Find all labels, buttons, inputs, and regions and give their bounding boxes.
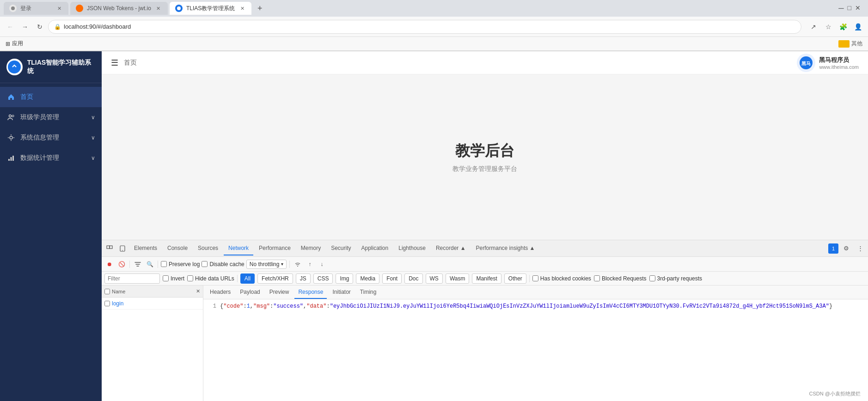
- disable-cache-checkbox[interactable]: Disable cache: [202, 261, 244, 267]
- sidebar: TLIAS智能学习辅助系统 首页: [0, 51, 102, 401]
- extension-button[interactable]: 🧩: [837, 20, 850, 33]
- filter-btn-all[interactable]: All: [240, 273, 255, 284]
- third-party-checkbox[interactable]: 3rd-party requests: [649, 275, 702, 282]
- devtools-tab-performance[interactable]: Performance: [254, 242, 295, 255]
- tab-close-tlias[interactable]: ✕: [238, 5, 246, 12]
- tab-close-login[interactable]: ✕: [55, 5, 63, 12]
- close-window-button[interactable]: ✕: [855, 4, 861, 12]
- devtools-badge[interactable]: 1: [828, 243, 838, 254]
- content-main: 教学后台 教学业务管理服务平台: [102, 74, 868, 240]
- filter-btn-css[interactable]: CSS: [313, 273, 333, 284]
- record-button[interactable]: ⏺: [104, 259, 115, 269]
- devtools-tab-elements[interactable]: Elements: [129, 242, 162, 255]
- devtools-toolbar: ⏺ 🚫 🔍 Preserve log Disable cache: [102, 257, 868, 272]
- share-button[interactable]: ↗: [807, 20, 820, 33]
- hide-data-urls-checkbox[interactable]: Hide data URLs: [187, 275, 234, 282]
- filter-toggle-btn[interactable]: [133, 259, 143, 269]
- forward-button[interactable]: →: [18, 20, 31, 33]
- refresh-button[interactable]: ↻: [33, 20, 46, 33]
- select-all-checkbox[interactable]: [104, 289, 110, 294]
- svg-rect-7: [11, 157, 12, 161]
- filter-btn-other[interactable]: Other: [504, 273, 526, 284]
- devtools-tab-memory[interactable]: Memory: [296, 242, 325, 255]
- address-text: localhost:90/#/dashboard: [64, 23, 131, 30]
- filter-btn-manifest[interactable]: Manifest: [472, 273, 501, 284]
- devtools-tab-perf-insights[interactable]: Performance insights ▲: [471, 242, 540, 255]
- response-tab-timing[interactable]: Timing: [356, 286, 380, 299]
- devtools-tab-console[interactable]: Console: [163, 242, 192, 255]
- filter-btn-js[interactable]: JS: [296, 273, 311, 284]
- sidebar-item-class[interactable]: 班级学员管理 ∨: [0, 107, 102, 128]
- blocked-cookies-checkbox[interactable]: Has blocked cookies: [532, 275, 591, 282]
- other-bookmarks[interactable]: 其他: [851, 40, 862, 48]
- response-tab-response[interactable]: Response: [294, 286, 327, 299]
- filter-btn-img[interactable]: Img: [336, 273, 353, 284]
- response-line-1: 1 {"code":1,"msg":"success","data":"eyJh…: [207, 303, 864, 310]
- devtools-inspect-btn[interactable]: [104, 243, 116, 255]
- list-item-login[interactable]: login: [102, 298, 203, 310]
- devtools-body: Name ✕ login Headers: [102, 286, 868, 401]
- filter-btn-ws[interactable]: WS: [426, 273, 443, 284]
- system-icon: [6, 133, 16, 142]
- devtools-tab-recorder[interactable]: Recorder ▲: [431, 242, 471, 255]
- filter-input[interactable]: [104, 273, 160, 284]
- download-icon[interactable]: ↓: [317, 259, 327, 269]
- blocked-requests-checkbox[interactable]: Blocked Requests: [594, 275, 647, 282]
- devtools-tab-network[interactable]: Network: [224, 242, 253, 255]
- sidebar-item-home[interactable]: 首页: [0, 87, 102, 107]
- profile-button[interactable]: 👤: [851, 20, 864, 33]
- devtools-tab-security[interactable]: Security: [326, 242, 355, 255]
- close-list-btn[interactable]: ✕: [196, 288, 200, 294]
- svg-point-5: [10, 136, 12, 139]
- devtools-more-btn[interactable]: ⋮: [854, 243, 866, 255]
- tab-icon-tlias: [175, 5, 183, 12]
- sidebar-item-system[interactable]: 系统信息管理 ∨: [0, 128, 102, 148]
- response-tab-payload[interactable]: Payload: [236, 286, 263, 299]
- filter-btn-doc[interactable]: Doc: [404, 273, 422, 284]
- address-bar[interactable]: 🔒 localhost:90/#/dashboard: [48, 20, 801, 34]
- navigation-bar: ← → ↻ 🔒 localhost:90/#/dashboard ↗ ☆ 🧩 👤: [0, 17, 868, 37]
- devtools-settings-btn[interactable]: ⚙: [840, 243, 852, 255]
- line-number: 1: [207, 303, 216, 310]
- menu-toggle-icon[interactable]: ☰: [111, 58, 118, 68]
- bookmark-apps[interactable]: ⊞ 应用: [6, 40, 23, 48]
- toolbar-divider-1: [129, 261, 130, 268]
- invert-checkbox[interactable]: Invert: [163, 275, 184, 282]
- sidebar-item-data[interactable]: 数据统计管理 ∨: [0, 148, 102, 168]
- devtools-tab-lighthouse[interactable]: Lighthouse: [394, 242, 430, 255]
- upload-icon[interactable]: ↑: [305, 259, 315, 269]
- tab-login[interactable]: 登录 ✕: [4, 2, 68, 15]
- item-checkbox-login[interactable]: [104, 301, 110, 306]
- devtools-request-list: Name ✕ login: [102, 286, 203, 401]
- devtools-filter-bar: Invert Hide data URLs All Fetch/XHR JS C…: [102, 272, 868, 286]
- response-tab-preview[interactable]: Preview: [266, 286, 293, 299]
- response-tab-initiator[interactable]: Initiator: [329, 286, 354, 299]
- back-button[interactable]: ←: [4, 20, 17, 33]
- devtools-tab-application[interactable]: Application: [357, 242, 393, 255]
- bookmark-button[interactable]: ☆: [822, 20, 835, 33]
- filter-btn-media[interactable]: Media: [356, 273, 379, 284]
- preserve-log-checkbox[interactable]: Preserve log: [161, 261, 200, 267]
- clear-button[interactable]: 🚫: [116, 259, 127, 269]
- search-btn[interactable]: 🔍: [145, 259, 155, 269]
- filter-btn-font[interactable]: Font: [382, 273, 402, 284]
- tab-title-jwt: JSON Web Tokens - jwt.io: [87, 5, 151, 12]
- maximize-button[interactable]: □: [848, 4, 851, 12]
- wifi-icon[interactable]: [293, 259, 303, 269]
- tab-tlias[interactable]: TLIAS教学管理系统 ✕: [170, 2, 251, 15]
- tab-title-login: 登录: [20, 5, 52, 12]
- tab-close-jwt[interactable]: ✕: [155, 5, 162, 12]
- tab-jwt[interactable]: JSON Web Tokens - jwt.io ✕: [70, 2, 168, 15]
- new-tab-button[interactable]: +: [253, 2, 266, 15]
- breadcrumb: 首页: [124, 59, 137, 67]
- data-arrow: ∨: [91, 155, 95, 161]
- svg-rect-8: [12, 156, 14, 161]
- list-header: Name ✕: [102, 286, 203, 298]
- devtools-device-btn[interactable]: [116, 243, 128, 255]
- minimize-button[interactable]: ─: [838, 4, 844, 12]
- filter-btn-fetch[interactable]: Fetch/XHR: [257, 273, 293, 284]
- devtools-tab-sources[interactable]: Sources: [193, 242, 223, 255]
- throttling-dropdown[interactable]: No throttling ▾: [246, 260, 287, 269]
- filter-btn-wasm[interactable]: Wasm: [446, 273, 470, 284]
- response-tab-headers[interactable]: Headers: [206, 286, 234, 299]
